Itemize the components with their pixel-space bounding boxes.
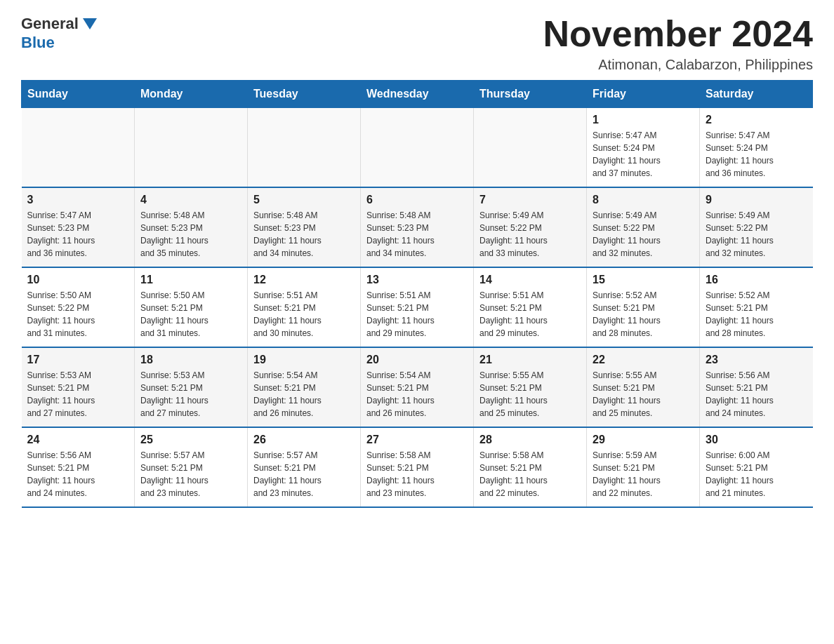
calendar-cell: 12Sunrise: 5:51 AM Sunset: 5:21 PM Dayli… [248,267,361,347]
calendar-week-row: 1Sunrise: 5:47 AM Sunset: 5:24 PM Daylig… [22,108,813,188]
weekday-header-monday: Monday [135,81,248,108]
calendar-cell: 5Sunrise: 5:48 AM Sunset: 5:23 PM Daylig… [248,187,361,267]
logo-general-text: General [21,15,79,33]
day-number: 18 [140,354,241,366]
day-info: Sunrise: 5:53 AM Sunset: 5:21 PM Dayligh… [27,369,129,420]
calendar-cell: 28Sunrise: 5:58 AM Sunset: 5:21 PM Dayli… [474,427,587,507]
calendar-table: SundayMondayTuesdayWednesdayThursdayFrid… [21,80,813,508]
calendar-cell: 22Sunrise: 5:55 AM Sunset: 5:21 PM Dayli… [587,347,700,427]
title-block: November 2024 Atimonan, Calabarzon, Phil… [543,14,813,73]
day-number: 12 [253,274,355,286]
day-info: Sunrise: 5:59 AM Sunset: 5:21 PM Dayligh… [593,449,694,499]
calendar-cell: 23Sunrise: 5:56 AM Sunset: 5:21 PM Dayli… [700,347,813,427]
calendar-cell: 6Sunrise: 5:48 AM Sunset: 5:23 PM Daylig… [361,187,474,267]
day-info: Sunrise: 5:52 AM Sunset: 5:21 PM Dayligh… [706,289,807,340]
calendar-cell: 26Sunrise: 5:57 AM Sunset: 5:21 PM Dayli… [248,427,361,507]
calendar-cell: 14Sunrise: 5:51 AM Sunset: 5:21 PM Dayli… [474,267,587,347]
day-number: 5 [253,194,355,206]
calendar-cell [135,108,248,188]
day-info: Sunrise: 5:50 AM Sunset: 5:21 PM Dayligh… [140,289,241,340]
calendar-cell: 29Sunrise: 5:59 AM Sunset: 5:21 PM Dayli… [587,427,700,507]
calendar-cell: 25Sunrise: 5:57 AM Sunset: 5:21 PM Dayli… [135,427,248,507]
day-info: Sunrise: 5:55 AM Sunset: 5:21 PM Dayligh… [593,369,694,420]
weekday-header-wednesday: Wednesday [361,81,474,108]
day-number: 1 [593,114,694,126]
svg-marker-0 [83,18,97,29]
day-number: 26 [253,434,355,446]
day-info: Sunrise: 5:57 AM Sunset: 5:21 PM Dayligh… [140,449,241,499]
day-number: 30 [706,434,807,446]
calendar-cell: 20Sunrise: 5:54 AM Sunset: 5:21 PM Dayli… [361,347,474,427]
day-number: 25 [140,434,241,446]
day-number: 27 [366,434,468,446]
calendar-cell [474,108,587,188]
calendar-cell: 19Sunrise: 5:54 AM Sunset: 5:21 PM Dayli… [248,347,361,427]
day-number: 22 [593,354,694,366]
weekday-header-friday: Friday [587,81,700,108]
day-number: 7 [479,194,581,206]
day-info: Sunrise: 5:48 AM Sunset: 5:23 PM Dayligh… [253,209,355,260]
day-number: 9 [706,194,807,206]
day-info: Sunrise: 5:57 AM Sunset: 5:21 PM Dayligh… [253,449,355,499]
day-number: 6 [366,194,468,206]
calendar-cell: 24Sunrise: 5:56 AM Sunset: 5:21 PM Dayli… [22,427,135,507]
day-info: Sunrise: 5:51 AM Sunset: 5:21 PM Dayligh… [479,289,581,340]
day-info: Sunrise: 5:56 AM Sunset: 5:21 PM Dayligh… [706,369,807,420]
day-info: Sunrise: 5:48 AM Sunset: 5:23 PM Dayligh… [366,209,468,260]
day-info: Sunrise: 5:49 AM Sunset: 5:22 PM Dayligh… [593,209,694,260]
day-info: Sunrise: 5:47 AM Sunset: 5:24 PM Dayligh… [706,129,807,180]
calendar-week-row: 10Sunrise: 5:50 AM Sunset: 5:22 PM Dayli… [22,267,813,347]
day-number: 17 [27,354,129,366]
calendar-cell: 27Sunrise: 5:58 AM Sunset: 5:21 PM Dayli… [361,427,474,507]
day-number: 28 [479,434,581,446]
page-header: General Blue November 2024 Atimonan, Cal… [21,14,813,73]
day-info: Sunrise: 5:47 AM Sunset: 5:24 PM Dayligh… [593,129,694,180]
weekday-header-saturday: Saturday [700,81,813,108]
day-info: Sunrise: 5:50 AM Sunset: 5:22 PM Dayligh… [27,289,129,340]
day-number: 14 [479,274,581,286]
day-number: 29 [593,434,694,446]
day-info: Sunrise: 5:51 AM Sunset: 5:21 PM Dayligh… [366,289,468,340]
weekday-header-row: SundayMondayTuesdayWednesdayThursdayFrid… [22,81,813,108]
weekday-header-thursday: Thursday [474,81,587,108]
day-info: Sunrise: 5:54 AM Sunset: 5:21 PM Dayligh… [253,369,355,420]
calendar-week-row: 24Sunrise: 5:56 AM Sunset: 5:21 PM Dayli… [22,427,813,507]
day-number: 10 [27,274,129,286]
day-info: Sunrise: 5:55 AM Sunset: 5:21 PM Dayligh… [479,369,581,420]
logo-triangle-icon [80,14,100,34]
day-number: 11 [140,274,241,286]
day-info: Sunrise: 5:53 AM Sunset: 5:21 PM Dayligh… [140,369,241,420]
calendar-cell: 18Sunrise: 5:53 AM Sunset: 5:21 PM Dayli… [135,347,248,427]
calendar-cell: 9Sunrise: 5:49 AM Sunset: 5:22 PM Daylig… [700,187,813,267]
day-number: 24 [27,434,129,446]
day-info: Sunrise: 5:54 AM Sunset: 5:21 PM Dayligh… [366,369,468,420]
day-number: 16 [706,274,807,286]
day-info: Sunrise: 5:49 AM Sunset: 5:22 PM Dayligh… [706,209,807,260]
calendar-week-row: 17Sunrise: 5:53 AM Sunset: 5:21 PM Dayli… [22,347,813,427]
weekday-header-tuesday: Tuesday [248,81,361,108]
calendar-cell: 21Sunrise: 5:55 AM Sunset: 5:21 PM Dayli… [474,347,587,427]
calendar-cell [248,108,361,188]
day-number: 4 [140,194,241,206]
calendar-cell: 7Sunrise: 5:49 AM Sunset: 5:22 PM Daylig… [474,187,587,267]
calendar-cell: 4Sunrise: 5:48 AM Sunset: 5:23 PM Daylig… [135,187,248,267]
day-info: Sunrise: 6:00 AM Sunset: 5:21 PM Dayligh… [706,449,807,499]
calendar-cell: 8Sunrise: 5:49 AM Sunset: 5:22 PM Daylig… [587,187,700,267]
calendar-cell: 2Sunrise: 5:47 AM Sunset: 5:24 PM Daylig… [700,108,813,188]
day-number: 21 [479,354,581,366]
day-number: 23 [706,354,807,366]
logo: General Blue [21,14,100,52]
day-number: 13 [366,274,468,286]
day-info: Sunrise: 5:58 AM Sunset: 5:21 PM Dayligh… [479,449,581,499]
day-number: 15 [593,274,694,286]
day-info: Sunrise: 5:47 AM Sunset: 5:23 PM Dayligh… [27,209,129,260]
calendar-cell: 3Sunrise: 5:47 AM Sunset: 5:23 PM Daylig… [22,187,135,267]
calendar-cell: 30Sunrise: 6:00 AM Sunset: 5:21 PM Dayli… [700,427,813,507]
day-number: 3 [27,194,129,206]
calendar-cell: 13Sunrise: 5:51 AM Sunset: 5:21 PM Dayli… [361,267,474,347]
calendar-cell: 16Sunrise: 5:52 AM Sunset: 5:21 PM Dayli… [700,267,813,347]
day-info: Sunrise: 5:49 AM Sunset: 5:22 PM Dayligh… [479,209,581,260]
calendar-cell: 17Sunrise: 5:53 AM Sunset: 5:21 PM Dayli… [22,347,135,427]
day-number: 8 [593,194,694,206]
weekday-header-sunday: Sunday [22,81,135,108]
